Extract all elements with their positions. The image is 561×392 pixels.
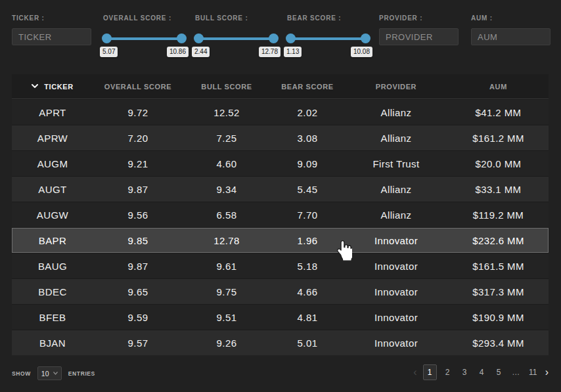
cell-overall: 9.59 [93,312,183,323]
etf-table: TICKER OVERALL SCORE BULL SCORE BEAR SCO… [12,74,549,355]
cell-bull: 9.61 [183,261,271,272]
pagination: ‹ 12345…11 › [412,363,550,381]
table-row-augm[interactable]: AUGM9.214.609.09First Trust$20.0 MM [12,150,549,176]
cell-overall: 7.20 [93,133,183,144]
slider-handle-max[interactable] [177,33,187,43]
page-size-control: SHOW 10 ENTRIES [12,366,95,380]
column-header-provider[interactable]: PROVIDER [344,83,448,91]
column-header-label: TICKER [44,83,74,91]
column-header-ticker[interactable]: TICKER [12,83,93,91]
cell-ticker: AUGW [12,209,93,221]
cell-overall: 9.57 [93,338,183,349]
cell-bull: 4.60 [183,158,271,169]
cell-provider: Innovator [344,261,448,272]
pagination-page-4[interactable]: 4 [476,364,488,380]
pagination-page-5[interactable]: 5 [493,364,505,380]
bull-score-filter-label: BULL SCORE : [195,14,280,22]
slider-handle-min[interactable] [102,33,112,43]
overall-score-slider[interactable] [103,33,185,43]
cell-provider: Allianz [344,184,448,195]
filter-bear-score: BEAR SCORE : 1.13 10.08 [287,14,372,57]
chevron-down-icon [53,372,58,375]
column-header-overall-score[interactable]: OVERALL SCORE [93,83,183,91]
cell-bear: 4.66 [271,286,344,297]
provider-filter-label: PROVIDER : [379,14,459,22]
cell-overall: 9.85 [93,235,183,246]
cell-bear: 7.70 [271,209,344,221]
slider-handle-min[interactable] [194,33,204,43]
column-header-bull-score[interactable]: BULL SCORE [183,83,271,91]
cell-aum: $293.4 MM [448,338,549,349]
cell-bear: 9.09 [271,158,344,169]
pagination-ellipsis: … [510,364,522,380]
table-row-bfeb[interactable]: BFEB9.599.514.81Innovator$190.9 MM [12,304,549,330]
table-row-bjan[interactable]: BJAN9.579.265.01Innovator$293.4 MM [12,330,549,355]
table-row-aprt[interactable]: APRT9.7212.522.02Allianz$41.2 MM [12,99,549,125]
column-header-bear-score[interactable]: BEAR SCORE [271,83,344,91]
pagination-page-2[interactable]: 2 [441,364,454,380]
table-row-bapr[interactable]: BAPR9.8512.781.96Innovator$232.6 MM [12,227,549,253]
cell-provider: Innovator [344,312,448,323]
cell-bull: 9.51 [183,312,271,323]
cell-aum: $232.6 MM [448,235,549,246]
bear-score-slider[interactable] [287,33,369,43]
aum-filter-input[interactable] [471,28,550,45]
slider-min-value: 5.07 [100,47,118,57]
pagination-page-3[interactable]: 3 [459,364,471,380]
cell-provider: Innovator [344,338,448,349]
slider-handle-max[interactable] [269,33,279,43]
page-size-select[interactable]: 10 [37,366,62,380]
pagination-pages: 12345…11 [423,364,539,380]
pagination-page-11[interactable]: 11 [527,364,539,380]
table-row-bdec[interactable]: BDEC9.659.754.66Innovator$317.3 MM [12,278,549,304]
overall-score-filter-label: OVERALL SCORE : [103,14,189,22]
cell-provider: Allianz [344,133,448,144]
cell-bull: 9.75 [183,286,271,297]
filter-bull-score: BULL SCORE : 2.44 12.78 [195,14,280,57]
cell-overall: 9.72 [93,107,183,118]
slider-max-value: 12.78 [259,47,280,57]
slider-handle-min[interactable] [286,33,296,43]
cell-provider: Innovator [344,286,448,297]
cell-bear: 3.08 [271,133,344,144]
slider-track[interactable] [195,37,277,40]
table-row-aprw[interactable]: APRW7.207.253.08Allianz$161.2 MM [12,125,549,150]
chevron-right-icon[interactable]: › [544,367,550,378]
cell-aum: $41.2 MM [448,107,549,118]
table-body: APRT9.7212.522.02Allianz$41.2 MMAPRW7.20… [12,99,549,355]
slider-max-value: 10.08 [351,47,372,57]
table-row-augt[interactable]: AUGT9.879.345.45Allianz$33.1 MM [12,176,549,202]
slider-min-value: 1.13 [284,47,302,57]
cell-provider: First Trust [344,158,448,169]
show-label: SHOW [12,370,31,377]
bull-score-slider[interactable] [195,33,277,43]
table-header: TICKER OVERALL SCORE BULL SCORE BEAR SCO… [12,74,549,99]
chevron-left-icon[interactable]: ‹ [412,367,418,378]
cell-ticker: AUGT [12,184,93,195]
slider-track[interactable] [287,37,369,40]
cell-aum: $161.5 MM [448,261,549,272]
table-row-baug[interactable]: BAUG9.879.615.18Innovator$161.5 MM [12,253,549,278]
cell-bear: 2.02 [271,107,344,118]
cell-aum: $190.9 MM [448,312,549,323]
cell-bear: 5.45 [271,184,344,195]
cell-bear: 5.01 [271,338,344,349]
pagination-page-1[interactable]: 1 [423,364,437,380]
aum-filter-label: AUM : [471,14,550,22]
chevron-down-icon [32,84,38,89]
slider-track[interactable] [103,37,185,40]
ticker-filter-input[interactable] [12,28,91,45]
filter-ticker: TICKER : [12,14,91,45]
cell-ticker: BFEB [12,312,93,323]
slider-handle-max[interactable] [361,33,370,43]
table-row-augw[interactable]: AUGW9.566.587.70Allianz$119.2 MM [12,202,549,227]
cell-overall: 9.65 [93,286,183,297]
column-header-aum[interactable]: AUM [448,83,549,91]
filter-aum: AUM : [471,14,550,45]
provider-filter-input[interactable] [379,28,459,45]
cell-overall: 9.87 [93,261,183,272]
slider-max-value: 10.86 [167,47,189,57]
cell-ticker: AUGM [12,158,93,169]
cell-bull: 9.26 [183,338,271,349]
cell-aum: $20.0 MM [448,158,549,169]
